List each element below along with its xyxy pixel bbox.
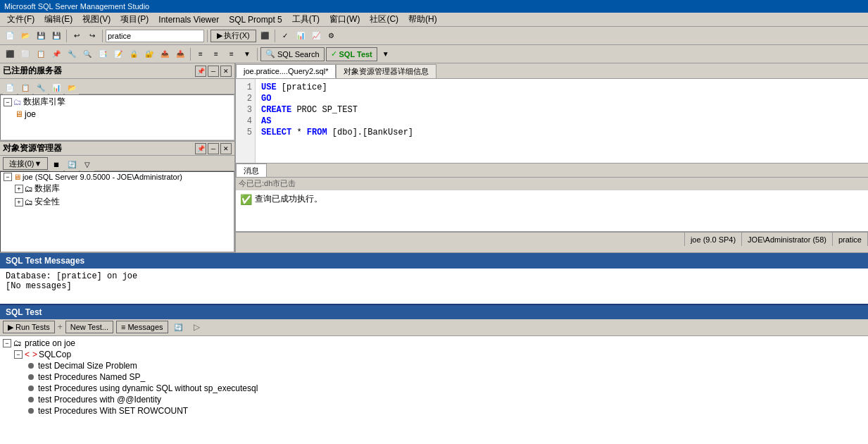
reg-new-btn[interactable]: 📄 <box>3 80 17 94</box>
reg-expand-0[interactable]: − <box>4 98 12 106</box>
sep4 <box>275 30 275 42</box>
reg-label-1: joe <box>25 109 36 119</box>
tb2-btn15[interactable]: ≡ <box>225 47 239 61</box>
menu-help[interactable]: 帮助(H) <box>404 13 441 26</box>
menu-sqlprompt[interactable]: SQL Prompt 5 <box>225 14 287 25</box>
tb2-btn14[interactable]: ≡ <box>209 47 223 61</box>
filter-btn[interactable]: ▽ <box>80 157 94 171</box>
test-label-6: test Procedures With SET ROWCOUNT <box>38 406 188 416</box>
execute-btn[interactable]: ▶ 执行(X) <box>210 30 256 42</box>
obj-close-btn[interactable]: ✕ <box>220 143 232 154</box>
test-expand-1[interactable]: − <box>14 350 23 359</box>
obj-pin-btn[interactable]: 📌 <box>195 143 206 154</box>
redo-btn[interactable]: ↪ <box>85 29 99 43</box>
tb2-btn2[interactable]: ⬜ <box>18 47 32 61</box>
tb2-btn6[interactable]: 🔍 <box>80 47 94 61</box>
tb2-btn9[interactable]: 🔒 <box>127 47 141 61</box>
menu-project[interactable]: 项目(P) <box>116 13 153 26</box>
test-tree-item-3[interactable]: test Procedures Named SP_ <box>0 371 868 383</box>
obj-minimize-btn[interactable]: ─ <box>208 143 219 154</box>
tb2-dropdown[interactable]: ▼ <box>379 47 393 61</box>
code-line-3: CREATE PROC SP_TEST <box>261 104 862 116</box>
code-content[interactable]: USE [pratice] GO CREATE PROC SP_TEST AS … <box>256 79 868 163</box>
include-actual-btn[interactable]: 📈 <box>309 29 323 43</box>
menu-community[interactable]: 社区(C) <box>365 13 403 26</box>
test-bullet-6 <box>28 408 34 414</box>
results-btn[interactable]: 📊 <box>294 29 308 43</box>
registered-servers-panel: 已注册的服务器 📌 ─ ✕ 📄 📋 🔧 📊 📂 − <box>0 63 234 140</box>
tb2-btn7[interactable]: 📑 <box>96 47 110 61</box>
reg-tree-item-1[interactable]: 🖥 joe <box>1 109 234 120</box>
tb2-btn5[interactable]: 🔧 <box>65 47 79 61</box>
reg-btn4[interactable]: 📊 <box>49 80 63 94</box>
pratice-folder-icon: 🗂 <box>13 338 22 348</box>
test-tree-item-5[interactable]: test Procedures with @@Identity <box>0 394 868 405</box>
editor-tab-0[interactable]: joe.pratice....Query2.sql* <box>236 64 336 78</box>
menu-tools[interactable]: 工具(T) <box>288 13 324 26</box>
toolbar2: ⬛ ⬜ 📋 📌 🔧 🔍 📑 📝 🔒 🔐 📤 📥 ≡ ≡ ≡ ▼ 🔍 SQL Se… <box>0 45 868 63</box>
database-selector[interactable] <box>106 30 204 42</box>
obj-expand-0[interactable]: − <box>4 173 12 181</box>
menu-internals[interactable]: Internals Viewer <box>154 14 223 25</box>
new-test-btn[interactable]: New Test... <box>65 321 113 333</box>
undo-btn[interactable]: ↩ <box>70 29 84 43</box>
obj-expand-1[interactable]: + <box>15 185 23 193</box>
refresh-bottom-btn[interactable]: 🔄 <box>171 320 185 334</box>
refresh-btn[interactable]: 🔄 <box>65 157 79 171</box>
menu-view[interactable]: 视图(V) <box>78 13 115 26</box>
obj-tree-item-2[interactable]: + 🗂 安全性 <box>1 195 234 209</box>
kw-go: GO <box>261 94 271 104</box>
test-tree-item-1[interactable]: − < > SQLCop <box>0 349 868 360</box>
messages-tab-messages[interactable]: 消息 <box>236 164 267 177</box>
reg-tree-item-0[interactable]: − 🗂 数据库引擎 <box>1 95 234 109</box>
open-btn[interactable]: 📂 <box>18 29 32 43</box>
reg-btn3[interactable]: 🔧 <box>34 80 48 94</box>
tb2-btn10[interactable]: 🔐 <box>142 47 156 61</box>
disconnect-btn[interactable]: ⏹ <box>49 157 63 171</box>
reg-btn5[interactable]: 📂 <box>65 80 79 94</box>
tb2-btn1[interactable]: ⬛ <box>3 47 17 61</box>
connect-btn[interactable]: 连接(0)▼ <box>3 157 48 170</box>
menu-file[interactable]: 文件(F) <box>3 13 39 26</box>
test-tree-item-2[interactable]: test Decimal Size Problem <box>0 360 868 371</box>
test-tree-item-0[interactable]: − 🗂 pratice on joe <box>0 338 868 349</box>
security-folder-icon: 🗂 <box>25 197 33 207</box>
stop-btn[interactable]: ⬛ <box>258 29 272 43</box>
sql-search-btn[interactable]: 🔍 SQL Search <box>260 47 325 61</box>
sep1 <box>66 30 67 42</box>
new-query-btn[interactable]: 📄 <box>3 29 17 43</box>
code-editor[interactable]: 1 2 3 4 5 USE [pratice] GO CREATE PROC S… <box>236 79 868 164</box>
tb2-btn16[interactable]: ▼ <box>240 47 254 61</box>
obj-expand-2[interactable]: + <box>15 198 23 206</box>
obj-explorer-controls: 📌 ─ ✕ <box>195 143 232 154</box>
include-client-btn[interactable]: ⚙ <box>325 29 339 43</box>
tb2-btn13[interactable]: ≡ <box>194 47 208 61</box>
parse-btn[interactable]: ✓ <box>278 29 292 43</box>
run-tests-btn[interactable]: ▶ Run Tests <box>3 321 55 333</box>
tb2-btn8[interactable]: 📝 <box>111 47 125 61</box>
test-tree-item-4[interactable]: test Procedures using dynamic SQL withou… <box>0 383 868 394</box>
menu-window[interactable]: 窗口(W) <box>325 13 364 26</box>
execute-label: 执行(X) <box>224 30 250 41</box>
tb2-btn4[interactable]: 📌 <box>49 47 63 61</box>
reg-btn2[interactable]: 📋 <box>18 80 32 94</box>
line-num-4: 4 <box>239 116 252 127</box>
reg-close-btn[interactable]: ✕ <box>220 66 232 77</box>
run-tests-label: Run Tests <box>15 323 50 331</box>
tb2-btn11[interactable]: 📤 <box>158 47 172 61</box>
test-tree-item-6[interactable]: test Procedures With SET ROWCOUNT <box>0 405 868 417</box>
tb2-btn3[interactable]: 📋 <box>34 47 48 61</box>
save-btn[interactable]: 💾 <box>34 29 48 43</box>
reg-pin-btn[interactable]: 📌 <box>195 66 206 77</box>
editor-tab-0-label: joe.pratice....Query2.sql* <box>244 67 328 75</box>
reg-minimize-btn[interactable]: ─ <box>208 66 219 77</box>
obj-tree-item-0[interactable]: − 🖥 joe (SQL Server 9.0.5000 - JOE\Admin… <box>1 172 234 182</box>
editor-tab-1[interactable]: 对象资源管理器详细信息 <box>336 64 436 78</box>
obj-tree-item-1[interactable]: + 🗂 数据库 <box>1 182 234 195</box>
tb2-btn12[interactable]: 📥 <box>173 47 187 61</box>
save-all-btn[interactable]: 💾 <box>49 29 63 43</box>
test-expand-0[interactable]: − <box>3 339 11 347</box>
menu-edit[interactable]: 编辑(E) <box>40 13 77 26</box>
messages-btn[interactable]: ≡ Messages <box>116 321 168 333</box>
sql-test-btn[interactable]: ✓ SQL Test <box>326 47 377 61</box>
